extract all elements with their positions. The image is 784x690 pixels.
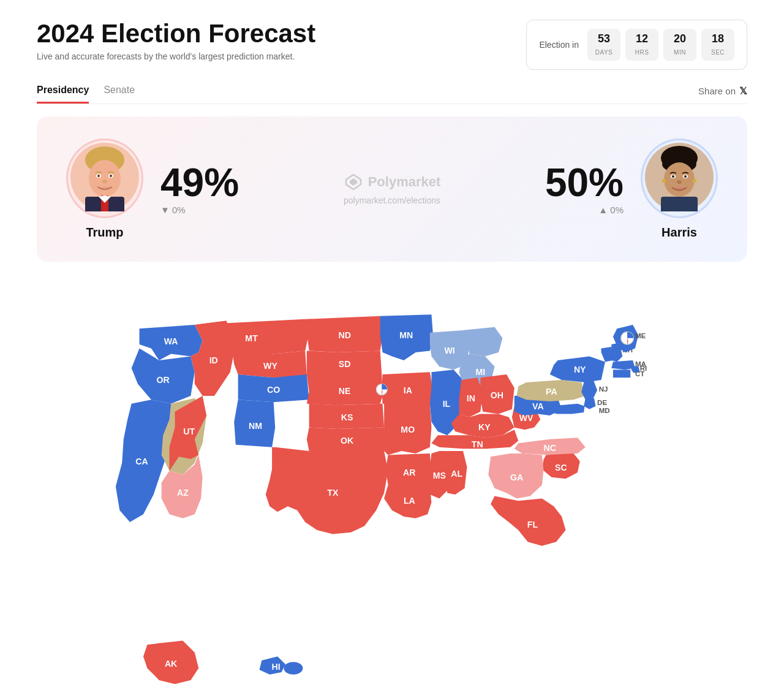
state-tx[interactable] bbox=[266, 447, 388, 534]
state-fl[interactable] bbox=[491, 496, 565, 545]
state-ks[interactable] bbox=[309, 403, 384, 428]
trump-name: Trump bbox=[86, 226, 123, 240]
state-in[interactable] bbox=[459, 377, 483, 417]
state-hi-1[interactable] bbox=[259, 656, 285, 675]
svg-point-5 bbox=[97, 175, 100, 177]
countdown-min: 20 MIN bbox=[663, 29, 696, 61]
svg-point-23 bbox=[662, 179, 666, 183]
svg-text:CT: CT bbox=[635, 370, 644, 377]
harris-pct: 50% bbox=[545, 163, 624, 202]
state-mo[interactable] bbox=[384, 403, 431, 455]
state-oh[interactable] bbox=[480, 374, 514, 414]
header-left: 2024 Election Forecast Live and accurate… bbox=[37, 20, 315, 61]
polymarket-url: polymarket.com/elections bbox=[344, 195, 440, 205]
countdown-label: Election in bbox=[539, 40, 579, 50]
state-ms[interactable] bbox=[428, 451, 449, 498]
page-subtitle: Live and accurate forecasts by the world… bbox=[37, 51, 315, 61]
trump-candidate-section: Trump bbox=[66, 138, 143, 240]
state-ok[interactable] bbox=[307, 427, 386, 451]
state-mi-upper[interactable] bbox=[463, 327, 502, 356]
harris-side: Harris 50% ▲ 0% bbox=[545, 138, 718, 240]
harris-stats: 50% ▲ 0% bbox=[545, 163, 624, 215]
trump-change: ▼ 0% bbox=[160, 205, 239, 215]
state-pa[interactable] bbox=[517, 380, 586, 401]
tab-senate[interactable]: Senate bbox=[104, 85, 135, 104]
harris-photo-ring bbox=[641, 138, 718, 218]
state-ma[interactable] bbox=[611, 360, 635, 369]
center-logo: Polymarket polymarket.com/elections bbox=[344, 172, 441, 205]
state-wy[interactable] bbox=[233, 351, 307, 377]
polymarket-logo: Polymarket bbox=[344, 172, 441, 192]
state-ct[interactable] bbox=[613, 370, 630, 377]
state-ky[interactable] bbox=[451, 414, 514, 438]
polymarket-name: Polymarket bbox=[368, 174, 441, 190]
state-co[interactable] bbox=[238, 374, 309, 402]
svg-text:NJ: NJ bbox=[599, 385, 608, 393]
state-ak[interactable] bbox=[143, 640, 198, 684]
countdown-box: Election in 53 DAYS 12 HRS 20 MIN 18 SEC bbox=[526, 20, 747, 70]
state-de[interactable] bbox=[584, 398, 595, 409]
state-ne[interactable] bbox=[307, 374, 383, 405]
state-nm[interactable] bbox=[234, 400, 275, 447]
svg-point-22 bbox=[677, 180, 682, 184]
trump-stats: 49% ▼ 0% bbox=[160, 163, 239, 215]
svg-point-20 bbox=[672, 175, 674, 178]
countdown-days: 53 DAYS bbox=[587, 29, 620, 61]
state-ga[interactable] bbox=[488, 453, 543, 498]
state-mn[interactable] bbox=[380, 314, 433, 360]
svg-text:MD: MD bbox=[599, 407, 610, 414]
header-row: 2024 Election Forecast Live and accurate… bbox=[37, 20, 747, 70]
trump-avatar bbox=[70, 143, 139, 211]
state-ar[interactable] bbox=[386, 453, 432, 488]
page-title: 2024 Election Forecast bbox=[37, 20, 315, 48]
state-sc[interactable] bbox=[542, 453, 580, 479]
svg-point-24 bbox=[693, 179, 696, 183]
svg-point-21 bbox=[684, 175, 687, 178]
tabs: Presidency Senate bbox=[37, 85, 135, 104]
countdown-sec: 18 SEC bbox=[701, 29, 734, 61]
usa-electoral-map: WA OR CA NV ID MT WY UT CO bbox=[37, 281, 747, 690]
map-section: WA OR CA NV ID MT WY UT CO bbox=[37, 281, 747, 690]
svg-point-6 bbox=[110, 175, 112, 177]
svg-rect-25 bbox=[661, 197, 698, 211]
state-ny[interactable] bbox=[550, 356, 605, 382]
state-nj[interactable] bbox=[581, 380, 597, 400]
harris-avatar bbox=[645, 143, 714, 211]
svg-point-17 bbox=[664, 162, 695, 197]
trump-pct: 49% bbox=[160, 163, 239, 202]
state-hi-2[interactable] bbox=[284, 662, 303, 675]
state-la[interactable] bbox=[384, 485, 431, 518]
trump-side: Trump 49% ▼ 0% bbox=[66, 138, 239, 240]
polymarket-icon bbox=[344, 172, 363, 192]
svg-point-7 bbox=[102, 180, 107, 183]
countdown-hrs: 12 HRS bbox=[625, 29, 658, 61]
tab-presidency[interactable]: Presidency bbox=[37, 85, 89, 104]
state-ia[interactable] bbox=[382, 372, 433, 406]
svg-text:DE: DE bbox=[597, 399, 607, 406]
state-vt[interactable] bbox=[601, 347, 613, 362]
share-label: Share on bbox=[698, 86, 736, 96]
state-nc[interactable] bbox=[514, 438, 586, 455]
harris-change: ▲ 0% bbox=[545, 205, 624, 215]
tabs-row: Presidency Senate Share on 𝕏 bbox=[37, 85, 747, 104]
harris-name: Harris bbox=[662, 226, 697, 240]
state-nd[interactable] bbox=[305, 316, 382, 352]
harris-candidate-section: Harris bbox=[641, 138, 718, 240]
state-al[interactable] bbox=[446, 451, 467, 495]
svg-text:ME: ME bbox=[635, 332, 646, 339]
svg-point-2 bbox=[89, 160, 121, 197]
x-icon: 𝕏 bbox=[739, 85, 747, 97]
trump-photo-ring bbox=[66, 138, 143, 218]
share-button[interactable]: Share on 𝕏 bbox=[698, 85, 747, 103]
svg-marker-13 bbox=[350, 178, 357, 186]
candidate-card: Trump 49% ▼ 0% Polymarket polymarket.com… bbox=[37, 116, 747, 262]
countdown-segments: 53 DAYS 12 HRS 20 MIN 18 SEC bbox=[587, 29, 734, 61]
state-sd[interactable] bbox=[307, 351, 382, 376]
